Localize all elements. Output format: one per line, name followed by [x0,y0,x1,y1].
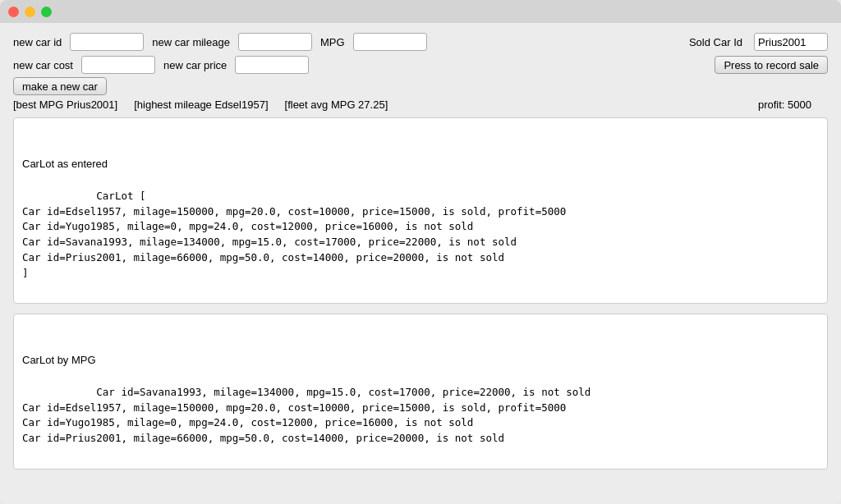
new-car-cost-input[interactable] [81,56,155,74]
new-car-id-input[interactable] [70,33,144,51]
new-car-price-label: new car price [163,59,227,71]
carlot-by-mpg-title: CarLot by MPG [22,352,819,369]
titlebar [0,0,841,23]
new-car-mileage-input[interactable] [238,33,312,51]
maximize-button[interactable] [41,7,52,17]
carlot-as-entered-title: CarLot as entered [22,156,819,172]
record-sale-button[interactable]: Press to record sale [715,56,828,74]
main-content: new car id new car mileage MPG Sold Car … [0,23,841,504]
fleet-avg-mpg-stat: [fleet avg MPG 27.25] [285,99,388,111]
new-car-cost-label: new car cost [13,59,73,71]
mpg-label: MPG [320,36,345,48]
carlot-by-mpg-content: Car id=Savana1993, milage=134000, mpg=15… [22,386,591,444]
minimize-button[interactable] [25,7,35,17]
sold-car-id-label: Sold Car Id [689,36,742,48]
carlot-as-entered-content: CarLot [ Car id=Edsel1957, milage=150000… [22,190,566,279]
highest-mileage-stat: [highest mileage Edsel1957] [134,99,268,111]
profit-label: profit: 5000 [758,99,828,111]
new-car-id-label: new car id [13,36,62,48]
carlot-as-entered-box: CarLot as entered CarLot [ Car id=Edsel1… [13,117,828,304]
new-car-mileage-label: new car mileage [152,36,230,48]
mpg-input[interactable] [353,33,427,51]
make-car-button[interactable]: make a new car [13,77,107,95]
sold-car-id-input[interactable] [754,33,828,51]
close-button[interactable] [8,7,19,17]
carlot-by-mpg-box: CarLot by MPG Car id=Savana1993, milage=… [13,314,828,470]
best-mpg-stat: [best MPG Prius2001] [13,99,117,111]
app-window: new car id new car mileage MPG Sold Car … [0,0,841,504]
new-car-price-input[interactable] [235,56,309,74]
